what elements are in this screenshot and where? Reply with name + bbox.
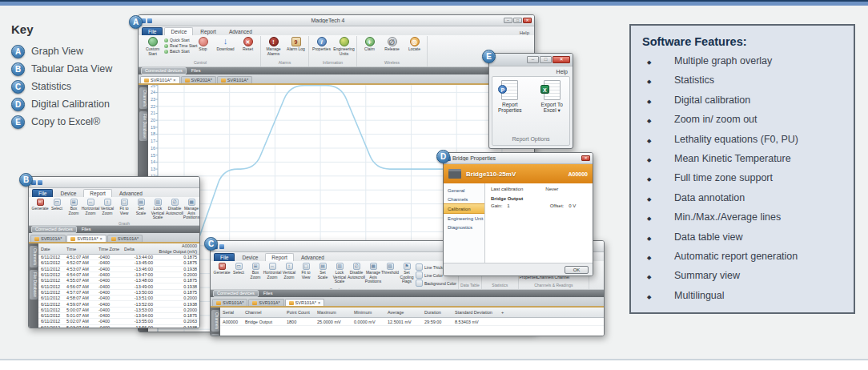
doc-tab-close-icon[interactable]: ×	[100, 237, 102, 241]
table-row[interactable]: 6/11/20124:58:07 AM-0400-13:51:000.2000	[38, 296, 199, 301]
table-row[interactable]: 6/11/20124:59:07 AM-0400-13:52:000.1938	[38, 301, 199, 307]
ribbon-button-manage-alarms[interactable]: !Manage Alarms	[263, 36, 284, 56]
offset-value[interactable]: 0 V	[569, 203, 576, 208]
ribbon-button-disable-autoscroll[interactable]: ∅Disable Autoscroll	[167, 198, 183, 215]
stats-header-cell[interactable]: Channel	[243, 310, 284, 315]
panel-tab-files[interactable]: Files	[188, 68, 204, 74]
table-row[interactable]: 6/11/20124:57:07 AM-0400-13:50:000.1875	[38, 290, 199, 296]
ribbon-button-vertical-zoom[interactable]: ↕Vertical Zoom	[99, 198, 115, 215]
help-menu[interactable]: Help	[489, 66, 573, 76]
panel-tab-connected-devices[interactable]: Connected devices	[213, 290, 259, 297]
table-header-cell[interactable]: Time Zone	[96, 247, 122, 251]
doc-tab-svr101a[interactable]: SVR101A*×	[285, 299, 325, 306]
doc-tab-svr202a[interactable]: SVR202A*	[181, 76, 216, 83]
doc-tab-svr101a[interactable]: SVR101A*	[107, 235, 143, 242]
panel-tab-files[interactable]: Files	[78, 227, 94, 232]
ribbon-button-set-scale[interactable]: ▤Set Scale	[315, 262, 331, 280]
doc-tab-svr101a[interactable]: SVR101A*	[30, 235, 66, 242]
table-row[interactable]: 6/11/20124:51:07 AM-0400-13:44:000.1875	[38, 255, 199, 260]
stats-header-cell[interactable]: +	[499, 310, 512, 315]
ribbon-button-reset[interactable]: ✕Reset	[237, 36, 259, 52]
ribbon-button-alarm-log[interactable]: 9Alarm Log	[285, 36, 307, 52]
ribbon-button-set-cooling-flags[interactable]: ⚑Set Cooling Flags	[399, 262, 415, 284]
app-tab-report[interactable]: Report	[83, 189, 112, 197]
app-tab-device[interactable]: Device	[236, 254, 263, 261]
table-header-cell[interactable]: A00000Bridge Output (mV)	[155, 243, 199, 253]
maximize-button[interactable]: □	[513, 18, 522, 23]
panel-tab-connected-devices[interactable]: Connected devices	[31, 226, 77, 233]
ribbon-button-select[interactable]: ▭Select	[231, 262, 247, 275]
close-button[interactable]: ✕	[581, 155, 590, 161]
data-table[interactable]: DateTimeTime ZoneDeltaA00000Bridge Outpu…	[38, 243, 199, 328]
dialog-sidebar-item-general[interactable]: General	[444, 186, 484, 195]
doc-tab-svr101a[interactable]: SVR101A*	[212, 299, 247, 306]
ribbon-button-lock-vertical-scale[interactable]: ▥Lock Vertical Scale	[150, 198, 166, 220]
stats-row[interactable]: A00000Bridge Output180025.0000 mV0.0000 …	[220, 318, 604, 326]
dialog-sidebar-item-engineering-unit[interactable]: Engineering Unit	[444, 214, 484, 223]
ribbon-button-locate[interactable]: ◎Locate	[404, 36, 425, 52]
title-bar[interactable]: Bridge Properties ✕	[444, 153, 593, 164]
app-tab-device[interactable]: Device	[164, 27, 193, 35]
side-tab-channels[interactable]: Channels	[30, 246, 38, 267]
stats-header-cell[interactable]: Maximum	[315, 310, 352, 315]
app-tab-advanced[interactable]: Advanced	[295, 254, 330, 261]
table-row[interactable]: 6/11/20125:01:07 AM-0400-13:54:000.1875	[38, 313, 199, 319]
ribbon-button-manage-axis-positions[interactable]: ▦Manage Axis Positions	[183, 198, 199, 220]
side-tab-channels[interactable]: Channels	[211, 310, 219, 332]
app-tab-advanced[interactable]: Advanced	[114, 190, 148, 197]
dialog-sidebar-item-calibration[interactable]: Calibration	[444, 203, 484, 214]
doc-tab-close-icon[interactable]: ×	[173, 78, 175, 82]
doc-tab-svr101a[interactable]: SVR101A*×	[66, 235, 106, 242]
ribbon-button-properties[interactable]: iProperties	[311, 36, 332, 52]
ribbon-button-disable-autoscroll[interactable]: ∅Disable Autoscroll	[348, 262, 364, 280]
title-bar[interactable]: – □ ✕	[489, 54, 573, 66]
stats-header-cell[interactable]: Standard Deviation	[452, 310, 499, 315]
side-tab-file-database[interactable]: File Database	[30, 270, 38, 300]
stats-header-cell[interactable]: Average	[385, 310, 422, 315]
ribbon-button-batch-start[interactable]: Batch Start	[164, 49, 191, 54]
panel-tab-files[interactable]: Files	[260, 291, 276, 296]
save-icon[interactable]	[38, 180, 42, 185]
stats-header-cell[interactable]: Minimum	[352, 310, 385, 315]
stats-header-cell[interactable]: Point Count	[284, 310, 315, 315]
statistics-table[interactable]: SerialChannelPoint CountMaximumMinimumAv…	[220, 308, 604, 336]
title-bar[interactable]	[29, 177, 199, 188]
doc-tab-svr101a[interactable]: SVR101A*×	[140, 76, 180, 83]
minimize-button[interactable]: –	[527, 56, 539, 63]
ribbon-button-box-zoom[interactable]: ⊞Box Zoom	[247, 262, 263, 280]
ribbon-button-release[interactable]: ∅Release	[381, 36, 403, 52]
save-icon[interactable]	[147, 18, 152, 23]
app-tab-file[interactable]: File	[32, 189, 53, 197]
help-label[interactable]: Help	[557, 69, 568, 74]
close-button[interactable]: ✕	[523, 18, 532, 23]
ribbon-button-real-time-start[interactable]: Real Time Start	[164, 43, 191, 48]
ribbon-button-engineering-units[interactable]: Engineering Units	[333, 36, 355, 56]
table-header-cell[interactable]: Delta	[122, 247, 155, 251]
doc-tab-close-icon[interactable]: ×	[318, 301, 320, 305]
table-row[interactable]: 6/11/20124:53:07 AM-0400-13:46:000.1938	[38, 267, 199, 272]
panel-tab-connected-devices[interactable]: Connected devices	[141, 67, 187, 74]
ribbon-button-vertical-zoom[interactable]: ↕Vertical Zoom	[281, 262, 297, 280]
side-tab-channels[interactable]: Channels	[139, 87, 147, 109]
app-tab-file[interactable]: File	[214, 253, 235, 261]
dialog-sidebar-item-channels[interactable]: Channels	[444, 195, 484, 203]
stats-header-cell[interactable]: Serial	[220, 310, 243, 315]
save-icon[interactable]	[219, 244, 224, 249]
maximize-button[interactable]: □	[540, 56, 552, 63]
title-bar[interactable]: MadgeTech 4 – □ ✕	[139, 15, 534, 26]
table-row[interactable]: 6/11/20124:56:07 AM-0400-13:49:000.1938	[38, 284, 199, 289]
table-row[interactable]: 6/11/20124:54:07 AM-0400-13:47:000.2000	[38, 272, 199, 278]
stats-header-cell[interactable]: Duration	[422, 310, 452, 315]
ribbon-button-claim[interactable]: +Claim	[359, 36, 380, 52]
table-row[interactable]: 6/11/20125:00:07 AM-0400-13:53:000.2000	[38, 308, 199, 313]
ribbon-button-download[interactable]: ↓Download	[215, 36, 236, 52]
report-properties-button[interactable]: PReport Properties	[492, 80, 528, 134]
ribbon-button-lock-vertical-scale[interactable]: ▥Lock Vertical Scale	[332, 262, 348, 284]
doc-tab-svr101a[interactable]: SVR101A*	[217, 76, 252, 83]
ribbon-button-quick-start[interactable]: Quick Start	[164, 38, 191, 42]
ribbon-button-custom-start[interactable]: Custom Start	[142, 36, 163, 56]
ribbon-button-select[interactable]: ▭Select	[49, 198, 65, 211]
export-to-excel-button[interactable]: XExport To Excel ▾	[535, 80, 570, 134]
table-row[interactable]: 6/11/20125:02:07 AM-0400-13:55:000.2063	[38, 319, 199, 324]
ribbon-button-fit-to-view[interactable]: ▢Fit to View	[116, 198, 132, 215]
